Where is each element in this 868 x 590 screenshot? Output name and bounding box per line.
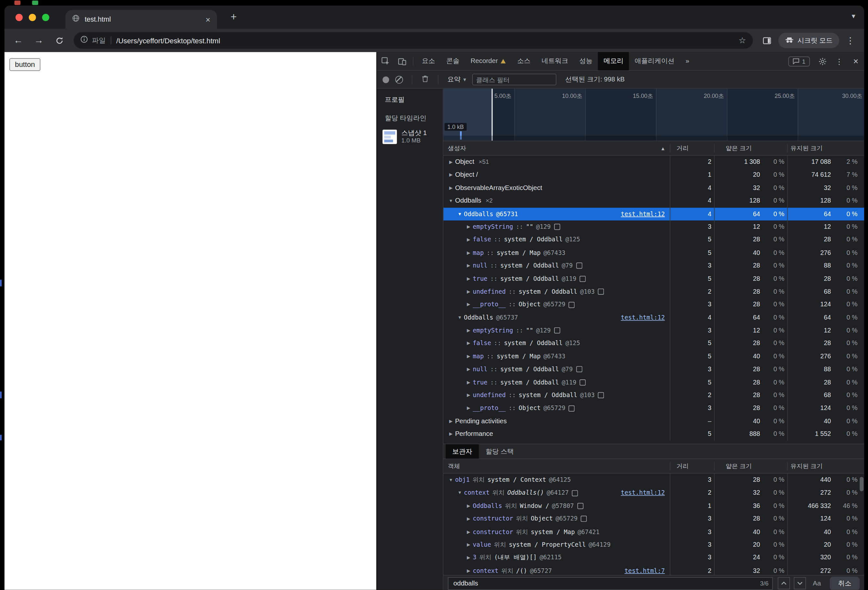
device-toolbar-button[interactable] bbox=[394, 52, 410, 70]
heap-row[interactable]: ▶map::system / Map@674335400 %2760 % bbox=[443, 246, 864, 259]
expand-arrow[interactable]: ▶ bbox=[464, 525, 473, 538]
column-retained-size[interactable]: 유지된 크기 bbox=[787, 462, 864, 470]
heap-row[interactable]: ▶emptyString::""@1293120 %120 % bbox=[443, 324, 864, 337]
tab-memory[interactable]: 메모리 bbox=[598, 52, 629, 71]
retainer-row[interactable]: ▼obj1위치system / Context@641253280 %4400 … bbox=[443, 474, 864, 486]
find-input-box[interactable]: 3/6 bbox=[448, 577, 773, 589]
heap-row[interactable]: ▶true::system / Oddball@1195280 %280 % bbox=[443, 376, 864, 389]
expand-arrow[interactable]: ▶ bbox=[464, 389, 473, 402]
window-close-button[interactable] bbox=[16, 14, 23, 21]
tab-network[interactable]: 네트워크 bbox=[536, 52, 574, 71]
expand-arrow[interactable]: ▼ bbox=[447, 195, 455, 207]
expand-arrow[interactable]: ▶ bbox=[447, 156, 455, 169]
side-panel-button[interactable] bbox=[757, 31, 776, 50]
column-retained-size[interactable]: 유지된 크기 bbox=[787, 144, 864, 152]
source-link[interactable]: test.html:12 bbox=[621, 207, 670, 220]
expand-arrow[interactable]: ▶ bbox=[464, 512, 473, 525]
heap-row[interactable]: ▼Oddballs@65731test.html:124640 %640 % bbox=[443, 207, 864, 220]
devtools-menu-button[interactable]: ⋮ bbox=[831, 52, 847, 70]
page-button[interactable]: button bbox=[9, 58, 40, 71]
heap-row[interactable]: ▼Oddballs@65737test.html:124640 %640 % bbox=[443, 311, 864, 324]
heap-row[interactable]: ▶null::system / Oddball@793280 %880 % bbox=[443, 363, 864, 376]
settings-gear-button[interactable] bbox=[814, 52, 831, 70]
tab-console[interactable]: 콘솔 bbox=[441, 52, 465, 71]
heap-row[interactable]: ▶map::system / Map@674335400 %2760 % bbox=[443, 350, 864, 363]
more-tabs-button[interactable]: » bbox=[680, 52, 695, 71]
allocation-timeline-label[interactable]: 할당 타임라인 bbox=[377, 110, 443, 127]
expand-arrow[interactable]: ▶ bbox=[464, 220, 473, 233]
timeline-selection[interactable] bbox=[443, 89, 492, 140]
retainer-row[interactable]: ▼context위치Oddballs()@64127test.html:1223… bbox=[443, 486, 864, 500]
next-match-button[interactable] bbox=[794, 577, 806, 589]
expand-arrow[interactable]: ▶ bbox=[464, 233, 473, 246]
source-link[interactable]: test.html:7 bbox=[624, 564, 670, 575]
reload-button[interactable] bbox=[50, 31, 68, 50]
tab-application[interactable]: 애플리케이션 bbox=[629, 52, 680, 71]
tab-recorder[interactable]: Recorder bbox=[465, 52, 512, 71]
allocation-timeline-chart[interactable]: 5.00초 10.00초 15.00초 20.00초 25.00초 30.00초… bbox=[443, 89, 864, 141]
tab-performance[interactable]: 성능 bbox=[574, 52, 598, 71]
browser-tab[interactable]: test.html × bbox=[65, 10, 217, 29]
expand-arrow[interactable]: ▶ bbox=[447, 428, 455, 441]
expand-arrow[interactable]: ▶ bbox=[464, 246, 473, 259]
clear-profiles-button[interactable] bbox=[395, 75, 403, 83]
page-info-icon[interactable] bbox=[80, 35, 88, 46]
column-distance[interactable]: 거리 bbox=[670, 144, 714, 152]
inspect-element-button[interactable] bbox=[377, 52, 393, 70]
address-bar[interactable]: 파일 /Users/yceffort/Desktop/test.html ☆ bbox=[74, 32, 753, 49]
retainer-row[interactable]: ▶constructor위치system / Map@674213400 %40… bbox=[443, 525, 864, 538]
heap-row[interactable]: ▶ObservableArrayExoticObject4320 %320 % bbox=[443, 182, 864, 195]
expand-arrow[interactable]: ▶ bbox=[464, 363, 473, 376]
new-tab-button[interactable]: + bbox=[226, 9, 241, 25]
browser-menu-button[interactable]: ⋮ bbox=[841, 31, 860, 50]
column-shallow-size[interactable]: 얕은 크기 bbox=[714, 144, 787, 152]
expand-arrow[interactable]: ▶ bbox=[464, 564, 473, 575]
heap-row[interactable]: ▶__proto__::Object@657293280 %1240 % bbox=[443, 298, 864, 311]
column-distance[interactable]: 거리 bbox=[670, 462, 714, 470]
tab-sources[interactable]: 소스 bbox=[512, 52, 536, 71]
snapshot-item[interactable]: 스냅샷 1 1.0 MB bbox=[377, 127, 443, 146]
retainer-row[interactable]: ▶constructor위치Object@657293280 %1240 % bbox=[443, 512, 864, 525]
expand-arrow[interactable]: ▼ bbox=[447, 474, 455, 486]
source-link[interactable]: test.html:12 bbox=[621, 311, 670, 324]
tab-retainers[interactable]: 보관자 bbox=[446, 444, 479, 459]
source-link[interactable]: test.html:12 bbox=[621, 486, 670, 500]
expand-arrow[interactable]: ▼ bbox=[456, 311, 464, 324]
issues-counter[interactable]: 1 bbox=[788, 56, 810, 66]
cancel-button[interactable]: 취소 bbox=[830, 577, 860, 590]
expand-arrow[interactable]: ▶ bbox=[464, 285, 473, 298]
back-button[interactable]: ← bbox=[9, 31, 27, 50]
class-filter-input[interactable] bbox=[472, 74, 557, 85]
heap-row[interactable]: ▼Oddballs×241280 %1280 % bbox=[443, 195, 864, 207]
expand-arrow[interactable]: ▶ bbox=[464, 298, 473, 311]
heap-row[interactable]: ▶undefined::system / Oddball@1032280 %68… bbox=[443, 389, 864, 402]
column-constructor[interactable]: 생성자 ▲ bbox=[443, 144, 670, 152]
timeline-selection-handle[interactable] bbox=[492, 89, 492, 140]
tab-close-icon[interactable]: × bbox=[205, 15, 210, 24]
perspective-select[interactable]: 요약 ▾ bbox=[447, 75, 466, 84]
expand-arrow[interactable]: ▼ bbox=[456, 486, 464, 500]
previous-match-button[interactable] bbox=[778, 577, 790, 589]
expand-arrow[interactable]: ▶ bbox=[447, 169, 455, 182]
expand-arrow[interactable]: ▶ bbox=[447, 415, 455, 428]
expand-arrow[interactable]: ▶ bbox=[464, 272, 473, 285]
window-zoom-button[interactable] bbox=[42, 14, 49, 21]
heap-row[interactable]: ▶false::system / Oddball@1255280 %280 % bbox=[443, 337, 864, 350]
expand-arrow[interactable]: ▶ bbox=[464, 551, 473, 564]
retainer-row[interactable]: ▶value위치system / PropertyCell@641293200 … bbox=[443, 538, 864, 551]
expand-arrow[interactable]: ▶ bbox=[464, 350, 473, 363]
expand-arrow[interactable]: ▶ bbox=[464, 538, 473, 551]
expand-arrow[interactable]: ▶ bbox=[464, 376, 473, 389]
heap-row[interactable]: ▶undefined::system / Oddball@1032280 %68… bbox=[443, 285, 864, 298]
heap-row[interactable]: ▶Object×5121 3080 %17 0882 % bbox=[443, 156, 864, 169]
match-case-button[interactable]: Aa bbox=[810, 579, 824, 587]
window-minimize-button[interactable] bbox=[29, 14, 36, 21]
tab-elements[interactable]: 요소 bbox=[416, 52, 440, 71]
column-shallow-size[interactable]: 얕은 크기 bbox=[714, 462, 787, 470]
bookmark-star-icon[interactable]: ☆ bbox=[738, 35, 746, 46]
expand-arrow[interactable]: ▶ bbox=[447, 182, 455, 195]
forward-button[interactable]: → bbox=[30, 31, 48, 50]
heap-row[interactable]: ▶__proto__::Object@657293280 %1240 % bbox=[443, 402, 864, 415]
scrollbar-thumb[interactable] bbox=[860, 477, 864, 491]
heap-row[interactable]: ▶Performance58880 %1 5520 % bbox=[443, 428, 864, 441]
